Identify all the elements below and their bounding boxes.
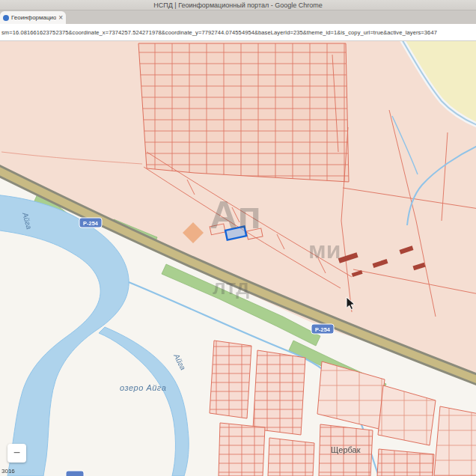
road-shield-clipped xyxy=(66,471,84,476)
watermark-text-3: лтд xyxy=(213,275,249,299)
road-shield-label: Р-254 xyxy=(315,326,331,333)
tab-title: Геоинформационн xyxy=(11,14,56,21)
browser-tab[interactable]: Геоинформационн × xyxy=(0,11,66,24)
road-shield-2: Р-254 xyxy=(311,324,334,334)
address-bar[interactable]: sm=16.081661623752375&coordinate_x=73742… xyxy=(0,24,476,41)
road-shield-label: Р-254 xyxy=(83,220,99,227)
site-favicon xyxy=(3,15,9,21)
tab-close-icon[interactable]: × xyxy=(58,14,63,22)
settlement-label: Щербак xyxy=(331,445,361,454)
window-titlebar: НСПД | Геоинформационный портал - Google… xyxy=(0,0,476,10)
lake-label: озеро Айга xyxy=(120,383,166,392)
parcel-grid xyxy=(138,43,349,182)
scale-fragment: 3016 xyxy=(1,468,15,475)
map-canvas[interactable]: Ап ми лтд Р-254 Р-254 озеро Айга Айга Ай… xyxy=(0,41,476,476)
zoom-out-button[interactable]: − xyxy=(7,444,26,463)
watermark-text-2: ми xyxy=(308,237,341,263)
tab-strip: Геоинформационн × xyxy=(0,10,476,24)
road-shield-1: Р-254 xyxy=(79,218,102,228)
map-viewport[interactable]: Ап ми лтд Р-254 Р-254 озеро Айга Айга Ай… xyxy=(0,41,476,476)
url-text: sm=16.081661623752375&coordinate_x=73742… xyxy=(0,29,437,36)
watermark-text-1: Ап xyxy=(210,193,261,237)
